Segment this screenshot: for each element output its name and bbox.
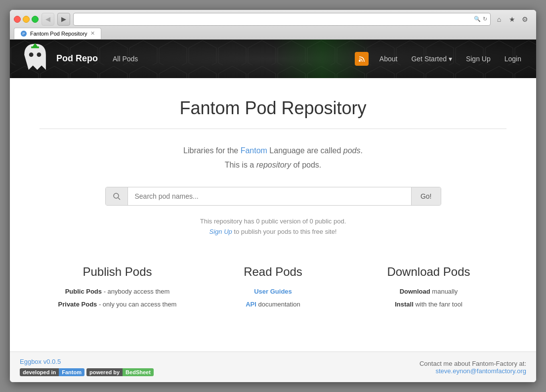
tab-favicon: P bbox=[20, 30, 27, 37]
address-bar[interactable]: http://localhost:8069/ 🔍 ↻ bbox=[73, 13, 491, 26]
pods-italic: pods bbox=[343, 146, 361, 155]
tab-close-button[interactable]: ✕ bbox=[90, 30, 95, 37]
logo-area[interactable]: Pod Repo bbox=[18, 44, 98, 74]
svg-point-3 bbox=[37, 52, 42, 57]
api-link[interactable]: API bbox=[246, 301, 256, 308]
svg-text:P: P bbox=[22, 32, 25, 36]
browser-toolbar-right: ⌂ ★ ⚙ bbox=[494, 14, 530, 25]
feature-publish-title: Publish Pods bbox=[49, 265, 185, 279]
feature-columns: Publish Pods Public Pods - anybody acces… bbox=[40, 255, 506, 317]
settings-button[interactable]: ⚙ bbox=[519, 14, 530, 25]
refresh-icon[interactable]: ↻ bbox=[483, 16, 487, 22]
feature-download-rest-1: manually bbox=[430, 288, 458, 295]
powered-by-badge: powered by BedSheet bbox=[86, 368, 154, 376]
browser-window: ◀ ▶ http://localhost:8069/ 🔍 ↻ ⌂ ★ ⚙ P F… bbox=[10, 10, 536, 383]
contact-email[interactable]: steve.eynon@fantomfactory.org bbox=[436, 367, 527, 375]
feature-download-item-1: Download manually bbox=[361, 287, 497, 297]
feature-publish-bold-1: Public Pods bbox=[65, 288, 102, 295]
magnifier-icon bbox=[113, 192, 121, 200]
feature-read-item-2: API documentation bbox=[205, 300, 341, 309]
feature-read: Read Pods User Guides API documentation bbox=[195, 260, 351, 317]
feature-read-item-1: User Guides bbox=[205, 287, 341, 297]
main-content: Fantom Pod Repository Libraries for the … bbox=[10, 78, 536, 352]
search-icon-button[interactable] bbox=[106, 187, 128, 205]
footer-left: Eggbox v0.0.5 developed in Fantom powere… bbox=[20, 358, 154, 376]
feature-download: Download Pods Download manually Install … bbox=[351, 260, 506, 317]
window-controls bbox=[14, 16, 39, 23]
fantom-link[interactable]: Fantom bbox=[241, 146, 267, 155]
feature-publish-bold-2: Private Pods bbox=[58, 301, 97, 308]
subtitle-line2: This is a repository of pods. bbox=[40, 158, 506, 173]
subtitle: Libraries for the Fantom Language are ca… bbox=[40, 144, 506, 173]
search-area: Go! bbox=[40, 187, 506, 206]
close-button[interactable] bbox=[14, 16, 21, 23]
subtitle-line2-post: of pods. bbox=[291, 161, 321, 169]
subtitle-line1: Libraries for the Fantom Language are ca… bbox=[40, 144, 506, 158]
nav-login[interactable]: Login bbox=[498, 51, 528, 67]
title-divider bbox=[40, 129, 506, 129]
user-guides-link[interactable]: User Guides bbox=[254, 288, 292, 295]
signup-prompt: Sign Up to publish your pods to this fre… bbox=[40, 228, 506, 235]
feature-publish-item-1: Public Pods - anybody access them bbox=[49, 287, 185, 297]
rss-feed-icon bbox=[358, 55, 365, 62]
badge-powered-left: powered by bbox=[86, 368, 123, 376]
badge-powered-right: BedSheet bbox=[123, 368, 154, 376]
svg-point-2 bbox=[29, 52, 34, 57]
footer: Eggbox v0.0.5 developed in Fantom powere… bbox=[10, 351, 536, 382]
header-content: Pod Repo All Pods About Get Started ▾ Si… bbox=[10, 40, 536, 78]
feature-download-item-2: Install with the fanr tool bbox=[361, 300, 497, 309]
subtitle-pre: Libraries for the bbox=[183, 146, 241, 155]
maximize-button[interactable] bbox=[32, 16, 39, 23]
feature-download-rest-2: with the fanr tool bbox=[414, 301, 462, 308]
footer-badges: developed in Fantom powered by BedSheet bbox=[20, 368, 154, 376]
ghost-logo-icon bbox=[18, 40, 52, 74]
feature-publish: Publish Pods Public Pods - anybody acces… bbox=[40, 260, 195, 317]
app-header: Pod Repo All Pods About Get Started ▾ Si… bbox=[10, 40, 536, 78]
feature-download-title: Download Pods bbox=[361, 265, 497, 279]
footer-right: Contact me about Fantom-Factory at: stev… bbox=[420, 360, 526, 375]
forward-button[interactable]: ▶ bbox=[57, 13, 70, 26]
nav-sign-up[interactable]: Sign Up bbox=[459, 51, 498, 67]
back-button[interactable]: ◀ bbox=[42, 13, 54, 26]
developed-in-badge: developed in Fantom bbox=[20, 368, 84, 376]
version-link[interactable]: Eggbox v0.0.5 bbox=[20, 358, 154, 365]
signup-post: to publish your pods to this free site! bbox=[232, 228, 337, 235]
search-icon: 🔍 bbox=[474, 16, 481, 22]
browser-tab[interactable]: P Fantom Pod Repository ✕ bbox=[14, 28, 101, 39]
badge-developed-left: developed in bbox=[20, 368, 59, 376]
url-input[interactable]: http://localhost:8069/ bbox=[77, 16, 472, 23]
svg-line-8 bbox=[118, 198, 120, 200]
feature-read-rest-2: documentation bbox=[256, 301, 300, 308]
feature-publish-rest-1: - anybody access them bbox=[102, 288, 169, 295]
search-box: Go! bbox=[105, 187, 441, 206]
badge-developed-right: Fantom bbox=[59, 368, 84, 376]
subtitle-end: . bbox=[361, 146, 363, 155]
nav-all-pods[interactable]: All Pods bbox=[106, 51, 145, 67]
rss-icon[interactable] bbox=[355, 52, 369, 66]
feature-read-title: Read Pods bbox=[205, 265, 341, 279]
page-title: Fantom Pod Repository bbox=[40, 98, 506, 119]
svg-point-6 bbox=[359, 60, 361, 62]
feature-read-bold-2: API bbox=[246, 301, 256, 308]
bookmark-button[interactable]: ★ bbox=[506, 14, 517, 25]
feature-publish-item-2: Private Pods - only you can access them bbox=[49, 300, 185, 309]
feature-download-bold-1: Download bbox=[400, 288, 430, 295]
feature-publish-rest-2: - only you can access them bbox=[97, 301, 176, 308]
tab-title: Fantom Pod Repository bbox=[30, 31, 87, 37]
subtitle-line2-pre: This is a bbox=[225, 161, 256, 169]
logo-text: Pod Repo bbox=[56, 53, 98, 64]
nav-get-started[interactable]: Get Started ▾ bbox=[404, 51, 459, 67]
nav-about[interactable]: About bbox=[373, 51, 405, 67]
feature-read-bold-1: User Guides bbox=[254, 288, 292, 295]
svg-rect-5 bbox=[31, 46, 39, 48]
signup-link[interactable]: Sign Up bbox=[210, 228, 232, 235]
repository-italic: repository bbox=[256, 161, 291, 169]
search-input[interactable] bbox=[128, 187, 411, 205]
subtitle-post: Language are called bbox=[267, 146, 343, 155]
home-button[interactable]: ⌂ bbox=[494, 14, 504, 25]
nav-menu: All Pods bbox=[106, 51, 355, 67]
repo-stats: This repository has 0 public version of … bbox=[40, 218, 506, 225]
minimize-button[interactable] bbox=[23, 16, 30, 23]
feature-download-bold-2: Install bbox=[395, 301, 414, 308]
search-go-button[interactable]: Go! bbox=[411, 187, 441, 205]
